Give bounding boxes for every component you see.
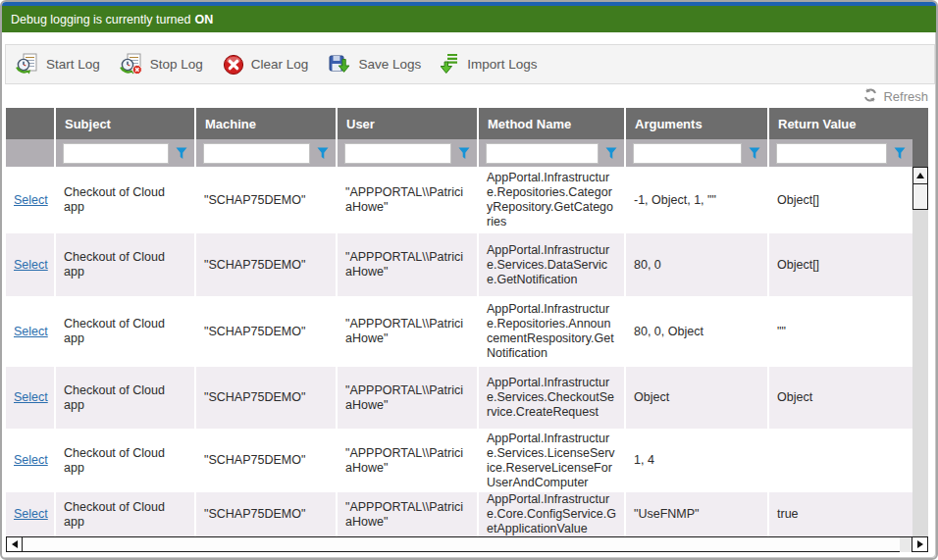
funnel-icon bbox=[605, 148, 617, 163]
stop-log-icon bbox=[120, 53, 143, 76]
grid-header-row: Subject Machine User Method Name Argumen… bbox=[6, 108, 928, 139]
header-user[interactable]: User bbox=[338, 108, 479, 139]
filter-funnel-machine[interactable] bbox=[317, 147, 329, 160]
filter-funnel-user[interactable] bbox=[458, 147, 470, 160]
machine-cell: "SCHAP75DEMO" bbox=[196, 492, 338, 536]
method-name-cell: AppPortal.Infrastructure.Core.ConfigServ… bbox=[479, 492, 626, 536]
return-value-cell: true bbox=[769, 492, 912, 536]
filter-input-machine[interactable] bbox=[203, 143, 310, 164]
header-arguments[interactable]: Arguments bbox=[626, 108, 769, 139]
filter-funnel-arguments[interactable] bbox=[749, 147, 760, 160]
subject-cell: Checkout of Cloud app bbox=[56, 429, 196, 492]
select-link[interactable]: Select bbox=[14, 390, 48, 405]
header-machine[interactable]: Machine bbox=[196, 108, 338, 139]
filter-funnel-method-name[interactable] bbox=[605, 147, 617, 160]
save-logs-label: Save Logs bbox=[358, 57, 421, 72]
horizontal-scrollbar[interactable] bbox=[6, 536, 928, 552]
user-cell: "APPPORTAL\\PatriciaHowe" bbox=[338, 492, 479, 536]
filter-input-arguments[interactable] bbox=[633, 143, 742, 164]
header-return-value[interactable]: Return Value bbox=[769, 108, 912, 139]
method-name-cell: AppPortal.Infrastructure.Repositories.An… bbox=[479, 296, 626, 367]
log-toolbar: Start Log Stop Log bbox=[5, 44, 935, 84]
method-name-cell: AppPortal.Infrastructure.Services.Checko… bbox=[479, 367, 626, 429]
select-link[interactable]: Select bbox=[14, 325, 48, 339]
select-link[interactable]: Select bbox=[14, 193, 48, 208]
machine-cell: "SCHAP75DEMO" bbox=[196, 296, 338, 367]
clear-log-icon bbox=[223, 54, 244, 76]
filter-cell-arguments bbox=[626, 139, 769, 167]
filter-select-spacer bbox=[6, 139, 56, 167]
scroll-up-button[interactable] bbox=[912, 167, 928, 184]
grid-body: Select Checkout of Cloud app "SCHAP75DEM… bbox=[6, 167, 912, 536]
vertical-scroll-thumb[interactable] bbox=[912, 184, 928, 210]
subject-cell: Checkout of Cloud app bbox=[56, 492, 196, 536]
refresh-button[interactable]: Refresh bbox=[863, 88, 928, 105]
refresh-label: Refresh bbox=[883, 89, 928, 104]
select-cell: Select bbox=[6, 367, 56, 429]
save-logs-button[interactable]: Save Logs bbox=[328, 53, 421, 76]
filter-funnel-return-value[interactable] bbox=[894, 147, 906, 160]
filter-input-return-value[interactable] bbox=[776, 143, 887, 164]
filter-input-user[interactable] bbox=[344, 143, 451, 164]
import-logs-icon bbox=[441, 53, 460, 76]
user-cell: "APPPORTAL\\PatriciaHowe" bbox=[338, 429, 479, 492]
machine-cell: "SCHAP75DEMO" bbox=[196, 367, 338, 429]
horizontal-scroll-thumb[interactable] bbox=[23, 536, 900, 552]
user-cell: "APPPORTAL\\PatriciaHowe" bbox=[338, 233, 479, 296]
header-scrollbar-filler bbox=[912, 108, 928, 139]
import-logs-button[interactable]: Import Logs bbox=[441, 53, 537, 76]
scroll-right-button[interactable] bbox=[912, 536, 928, 552]
scroll-left-button[interactable] bbox=[6, 536, 23, 552]
arrow-up-icon bbox=[916, 173, 924, 178]
select-link[interactable]: Select bbox=[14, 453, 48, 468]
log-grid: Subject Machine User Method Name Argumen… bbox=[6, 108, 928, 536]
table-row: Select Checkout of Cloud app "SCHAP75DEM… bbox=[6, 367, 912, 429]
return-value-cell bbox=[769, 429, 912, 492]
filter-cell-subject bbox=[56, 139, 196, 167]
table-row: Select Checkout of Cloud app "SCHAP75DEM… bbox=[6, 492, 912, 536]
select-cell: Select bbox=[6, 492, 56, 536]
machine-cell: "SCHAP75DEMO" bbox=[196, 429, 338, 492]
arguments-cell: Object bbox=[626, 367, 769, 429]
select-link[interactable]: Select bbox=[14, 507, 48, 522]
arguments-cell: 1, 4 bbox=[626, 429, 769, 492]
horizontal-scroll-track[interactable] bbox=[900, 536, 912, 552]
machine-cell: "SCHAP75DEMO" bbox=[196, 233, 338, 296]
subject-cell: Checkout of Cloud app bbox=[56, 233, 196, 296]
filter-cell-machine bbox=[196, 139, 338, 167]
clear-log-button[interactable]: Clear Log bbox=[223, 54, 309, 76]
stop-log-button[interactable]: Stop Log bbox=[120, 53, 203, 76]
funnel-icon bbox=[894, 148, 906, 163]
subject-cell: Checkout of Cloud app bbox=[56, 367, 196, 429]
method-name-cell: AppPortal.Infrastructure.Services.DataSe… bbox=[479, 233, 626, 296]
funnel-icon bbox=[317, 148, 329, 163]
method-name-cell: AppPortal.Infrastructure.Services.Licens… bbox=[479, 429, 626, 492]
filter-funnel-subject[interactable] bbox=[176, 147, 187, 160]
return-value-cell: Object[] bbox=[769, 167, 912, 233]
filter-scrollbar-filler bbox=[912, 139, 928, 167]
debug-log-window: Debug logging is currently turned ON bbox=[0, 0, 938, 560]
filter-cell-return-value bbox=[769, 139, 912, 167]
stop-log-label: Stop Log bbox=[150, 57, 203, 72]
header-select-spacer bbox=[6, 108, 56, 139]
grid-filter-row bbox=[6, 139, 928, 167]
funnel-icon bbox=[176, 148, 187, 163]
table-row: Select Checkout of Cloud app "SCHAP75DEM… bbox=[6, 429, 912, 492]
arguments-cell: "UseFNMP" bbox=[626, 492, 769, 536]
select-cell: Select bbox=[6, 429, 56, 492]
save-logs-icon bbox=[328, 53, 351, 76]
machine-cell: "SCHAP75DEMO" bbox=[196, 167, 338, 233]
filter-input-method-name[interactable] bbox=[486, 143, 599, 164]
banner-text: Debug logging is currently turned bbox=[11, 13, 190, 26]
select-cell: Select bbox=[6, 167, 56, 233]
header-method-name[interactable]: Method Name bbox=[479, 108, 626, 139]
select-cell: Select bbox=[6, 233, 56, 296]
filter-input-subject[interactable] bbox=[63, 143, 169, 164]
start-log-button[interactable]: Start Log bbox=[16, 53, 100, 76]
vertical-scrollbar[interactable] bbox=[912, 167, 928, 536]
select-link[interactable]: Select bbox=[14, 258, 48, 273]
header-subject[interactable]: Subject bbox=[56, 108, 196, 139]
arrow-left-icon bbox=[12, 540, 18, 548]
user-cell: "APPPORTAL\\PatriciaHowe" bbox=[338, 296, 479, 367]
return-value-cell: Object bbox=[769, 367, 912, 429]
